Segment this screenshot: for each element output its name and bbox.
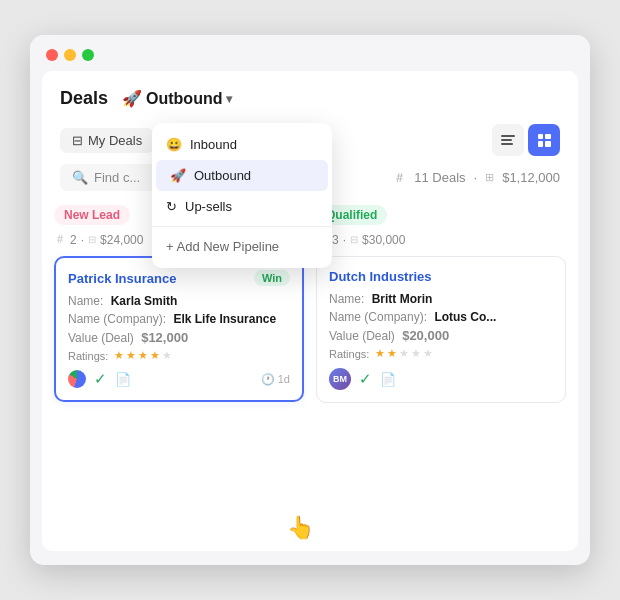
deal-card-dutch-industries[interactable]: Dutch Industries Name: Britt Morin Name … xyxy=(316,256,566,403)
hash-icon-col: ＃ xyxy=(54,231,66,248)
ratings-label-2: Ratings: xyxy=(329,348,369,360)
dropdown-item-upsells[interactable]: ↻ Up-sells xyxy=(152,191,332,222)
card-title: Patrick Insurance xyxy=(68,271,176,286)
card-ratings: Ratings: ★ ★ ★ ★ ★ xyxy=(68,349,290,362)
time-value: 1d xyxy=(278,373,290,385)
grid-view-button[interactable] xyxy=(528,124,560,156)
card-ratings-2: Ratings: ★ ★ ★ ★ ★ xyxy=(329,347,553,360)
my-deals-button[interactable]: ⊟ My Deals xyxy=(60,128,154,153)
pipeline-name: Outbound xyxy=(146,90,222,108)
name-value-2: Britt Morin xyxy=(372,292,433,306)
outbound-emoji: 🚀 xyxy=(170,168,186,183)
col-meta-qualified: ＃ 3 · ⊟ $30,000 xyxy=(316,231,566,248)
star2-1: ★ xyxy=(375,347,385,360)
col-header-qualified: Qualified xyxy=(316,205,566,225)
card-value-row: Value (Deal) $12,000 xyxy=(68,330,290,345)
card-title-2: Dutch Industries xyxy=(329,269,432,284)
company-label-2: Name (Company): xyxy=(329,310,427,324)
deals-summary: ＃ 11 Deals · ⊞ $1,12,000 xyxy=(393,169,560,187)
check-circle-icon[interactable]: ✓ xyxy=(94,370,107,388)
star-2: ★ xyxy=(126,349,136,362)
star-3: ★ xyxy=(138,349,148,362)
header-row: Deals 🚀 Outbound ▾ xyxy=(42,71,578,120)
col-count-2: 3 xyxy=(332,233,339,247)
upsells-emoji: ↻ xyxy=(166,199,177,214)
card-header: Patrick Insurance Win xyxy=(68,270,290,286)
card-header-2: Dutch Industries xyxy=(329,269,553,284)
col-value-icon-2: ⊟ xyxy=(350,234,358,245)
column-qualified: Qualified ＃ 3 · ⊟ $30,000 Dutch Industri… xyxy=(316,205,566,543)
card-name-row: Name: Karla Smith xyxy=(68,294,290,308)
star-4: ★ xyxy=(150,349,160,362)
ratings-label: Ratings: xyxy=(68,350,108,362)
card-value-row-2: Value (Deal) $20,000 xyxy=(329,328,553,343)
deals-value-text: $1,12,000 xyxy=(502,170,560,185)
titlebar xyxy=(30,35,590,71)
pipeline-selector[interactable]: 🚀 Outbound ▾ xyxy=(116,87,238,110)
dropdown-item-inbound[interactable]: 😀 Inbound xyxy=(152,129,332,160)
company-value-2: Lotus Co... xyxy=(434,310,496,324)
chevron-down-icon: ▾ xyxy=(226,92,232,106)
hash-icon: ＃ xyxy=(393,169,406,187)
company-label: Name (Company): xyxy=(68,312,166,326)
company-value: Elk Life Insurance xyxy=(173,312,276,326)
grid-icon xyxy=(538,134,551,147)
star2-5-empty: ★ xyxy=(423,347,433,360)
pipeline-dropdown: 😀 Inbound 🚀 Outbound ↻ Up-sells + Add Ne… xyxy=(152,123,332,268)
filter-icon: ⊟ xyxy=(72,133,83,148)
star-5-empty: ★ xyxy=(162,349,172,362)
close-button[interactable] xyxy=(46,49,58,61)
star-1: ★ xyxy=(114,349,124,362)
add-pipeline-button[interactable]: + Add New Pipeline xyxy=(152,231,332,262)
star2-3-empty: ★ xyxy=(399,347,409,360)
separator: · xyxy=(474,170,478,185)
col-sep-2: · xyxy=(343,233,346,247)
deals-count-text: 11 Deals xyxy=(414,170,465,185)
inbound-label: Inbound xyxy=(190,137,237,152)
maximize-button[interactable] xyxy=(82,49,94,61)
pie-chart-icon xyxy=(68,370,86,388)
list-icon xyxy=(501,135,515,145)
star2-2: ★ xyxy=(387,347,397,360)
main-window: Deals 🚀 Outbound ▾ 😀 Inbound 🚀 Outbound … xyxy=(30,35,590,565)
list-view-button[interactable] xyxy=(492,124,524,156)
card-company-row-2: Name (Company): Lotus Co... xyxy=(329,310,553,324)
upsells-label: Up-sells xyxy=(185,199,232,214)
value-label: Value (Deal) xyxy=(68,331,134,345)
clock-icon: 🕐 xyxy=(261,373,275,386)
card-company-row: Name (Company): Elk Life Insurance xyxy=(68,312,290,326)
inbound-emoji: 😀 xyxy=(166,137,182,152)
page-title: Deals xyxy=(60,88,108,109)
name-value: Karla Smith xyxy=(111,294,178,308)
search-icon: 🔍 xyxy=(72,170,88,185)
card-action-icons: ✓ 📄 xyxy=(68,370,131,388)
name-label: Name: xyxy=(68,294,103,308)
avatar-icon: BM xyxy=(329,368,351,390)
add-pipeline-label: + Add New Pipeline xyxy=(166,239,279,254)
value-amount: $12,000 xyxy=(141,330,188,345)
app-content: Deals 🚀 Outbound ▾ 😀 Inbound 🚀 Outbound … xyxy=(42,71,578,551)
outbound-label: Outbound xyxy=(194,168,251,183)
name-label-2: Name: xyxy=(329,292,364,306)
minimize-button[interactable] xyxy=(64,49,76,61)
deal-card-patrick-insurance[interactable]: Patrick Insurance Win Name: Karla Smith … xyxy=(54,256,304,402)
col-badge-new-lead: New Lead xyxy=(54,205,130,225)
value-amount-2: $20,000 xyxy=(402,328,449,343)
view-toggle xyxy=(492,124,560,156)
pipeline-emoji: 🚀 xyxy=(122,89,142,108)
col-value-icon: ⊟ xyxy=(88,234,96,245)
card-footer-2: BM ✓ 📄 xyxy=(329,368,553,390)
col-sep: · xyxy=(81,233,84,247)
document-icon[interactable]: 📄 xyxy=(115,372,131,387)
time-tag: 🕐 1d xyxy=(261,373,290,386)
col-value-2: $30,000 xyxy=(362,233,405,247)
col-value: $24,000 xyxy=(100,233,143,247)
my-deals-label: My Deals xyxy=(88,133,142,148)
card-action-icons-2: BM ✓ 📄 xyxy=(329,368,396,390)
dropdown-item-outbound[interactable]: 🚀 Outbound xyxy=(156,160,328,191)
dropdown-divider xyxy=(152,226,332,227)
check-circle-icon-2[interactable]: ✓ xyxy=(359,370,372,388)
card-name-row-2: Name: Britt Morin xyxy=(329,292,553,306)
value-label-2: Value (Deal) xyxy=(329,329,395,343)
document-icon-2[interactable]: 📄 xyxy=(380,372,396,387)
